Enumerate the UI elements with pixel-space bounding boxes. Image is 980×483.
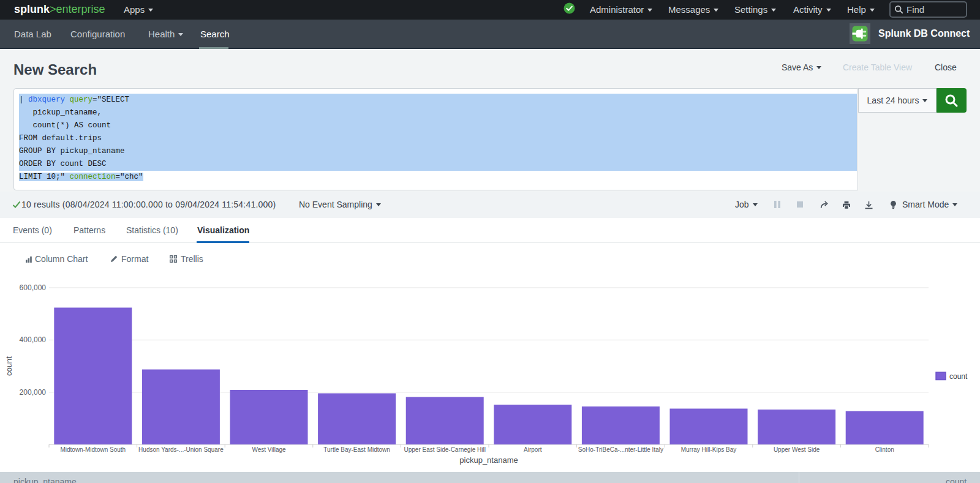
svg-text:Clinton: Clinton (875, 446, 894, 453)
svg-text:Airport: Airport (524, 446, 542, 453)
svg-text:count: count (949, 372, 968, 381)
svg-text:Murray Hill-Kips Bay: Murray Hill-Kips Bay (681, 446, 737, 453)
svg-text:Hudson Yards-...-Union Square: Hudson Yards-...-Union Square (138, 446, 224, 453)
svg-text:pickup_ntaname: pickup_ntaname (459, 455, 518, 465)
svg-text:200,000: 200,000 (20, 388, 47, 397)
svg-text:400,000: 400,000 (20, 335, 47, 344)
svg-text:Turtle Bay-East Midtown: Turtle Bay-East Midtown (323, 446, 390, 453)
svg-text:SoHo-TriBeCa-...nter-Little It: SoHo-TriBeCa-...nter-Little Italy (578, 446, 663, 453)
svg-text:Midtown-Midtown South: Midtown-Midtown South (60, 446, 126, 453)
svg-text:Upper East Side-Carnegie Hill: Upper East Side-Carnegie Hill (404, 446, 485, 453)
svg-text:count: count (4, 356, 13, 376)
svg-text:600,000: 600,000 (20, 283, 47, 292)
svg-text:Upper West Side: Upper West Side (774, 446, 820, 453)
svg-text:West Village: West Village (252, 446, 286, 453)
